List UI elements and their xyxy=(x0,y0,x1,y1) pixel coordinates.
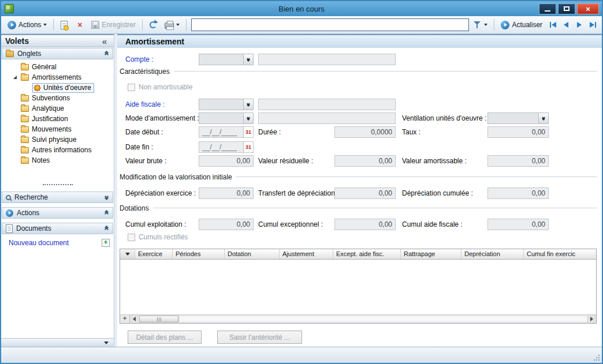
aide-fiscale-field[interactable] xyxy=(258,99,396,110)
scroll-right-button[interactable] xyxy=(587,315,596,323)
depreciation-cumulee-field[interactable]: 0,00 xyxy=(487,187,549,199)
valeur-residuelle-label: Valeur résiduelle : xyxy=(258,155,313,167)
scroll-left-button[interactable] xyxy=(130,315,139,323)
hscroll-thumb[interactable] xyxy=(139,316,178,322)
add-document-button[interactable]: + xyxy=(102,239,110,247)
compte-combo[interactable] xyxy=(199,54,254,65)
maximize-button[interactable] xyxy=(558,3,575,14)
column-header-ajustement[interactable]: Ajustement xyxy=(280,249,333,259)
aide-fiscale-label: Aide fiscale : xyxy=(125,99,165,110)
valeur-brute-field[interactable]: 0,00 xyxy=(199,155,254,167)
actualiser-label: Actualiser xyxy=(512,21,542,29)
previous-record-button[interactable] xyxy=(560,19,572,31)
mode-amortissement-field[interactable] xyxy=(258,112,396,124)
section-documents[interactable]: Documents xyxy=(2,223,113,234)
combo-dropdown-icon[interactable] xyxy=(243,99,253,110)
section-onglets[interactable]: Onglets xyxy=(2,48,113,59)
selected-item-box: Unités d'oeuvre xyxy=(32,83,94,93)
add-row-button[interactable]: + xyxy=(120,315,130,323)
tree-expand-icon[interactable] xyxy=(13,76,17,79)
section-actions[interactable]: Actions xyxy=(2,207,113,219)
refresh-button[interactable] xyxy=(146,18,160,32)
column-header-depreciation[interactable]: Depréciation xyxy=(461,249,524,259)
compte-label: Compte : xyxy=(125,54,154,65)
taux-field[interactable]: 0,00 xyxy=(487,126,549,138)
save-label: Enregistrer xyxy=(102,21,136,29)
column-header-except-aide-fisc[interactable]: Except. aide fisc. xyxy=(333,249,401,259)
non-amortissable-checkbox[interactable]: Non amortissable xyxy=(128,82,192,92)
save-button[interactable]: Enregistrer xyxy=(88,18,139,32)
compte-field[interactable] xyxy=(258,54,396,65)
sidebar-item-unites-oeuvre[interactable]: Unités d'oeuvre xyxy=(1,82,114,93)
resize-grip[interactable] xyxy=(593,354,600,361)
cumul-exploitation-field[interactable]: 0,00 xyxy=(199,219,254,230)
sidebar-item-general[interactable]: Général xyxy=(1,62,114,72)
hscroll-track[interactable] xyxy=(179,316,587,322)
actions-button[interactable]: Actions xyxy=(5,18,50,32)
panel-drag-handle[interactable] xyxy=(1,182,114,187)
cumul-exceptionnel-field[interactable]: 0,00 xyxy=(334,219,396,230)
sidebar-item-notes[interactable]: Notes xyxy=(1,155,114,166)
calendar-icon[interactable]: 31 xyxy=(243,127,253,137)
date-fin-field[interactable]: __/__/____ 31 xyxy=(199,141,254,153)
saisir-anteriorite-button[interactable]: Saisir l'antériorité ... xyxy=(217,331,302,344)
sidebar-item-justification[interactable]: Justification xyxy=(1,114,114,124)
depreciation-cumulee-label: Dépréciation cumulée : xyxy=(402,187,473,199)
volets-title: Volets xyxy=(5,36,29,46)
sidebar-item-mouvements[interactable]: Mouvements xyxy=(1,124,114,134)
calendar-icon[interactable]: 31 xyxy=(243,142,253,152)
arrow-right-icon xyxy=(590,22,594,28)
first-record-button[interactable] xyxy=(547,19,559,31)
cumul-aide-fiscale-field[interactable]: 0,00 xyxy=(487,219,549,230)
folder-icon xyxy=(21,137,29,143)
detail-plans-button[interactable]: Détail des plans ... xyxy=(128,331,202,344)
combo-dropdown-icon[interactable] xyxy=(243,113,253,123)
sidebar-item-analytique[interactable]: Analytique xyxy=(1,103,114,114)
column-header-dotation[interactable]: Dotation xyxy=(225,249,280,259)
section-label: Onglets xyxy=(17,50,100,58)
next-record-button[interactable] xyxy=(574,19,585,31)
sidebar-item-suivi-physique[interactable]: Suivi physique xyxy=(1,134,114,145)
actualiser-button[interactable]: Actualiser xyxy=(498,18,545,32)
depreciation-exercice-label: Dépréciation exercice : xyxy=(125,187,196,199)
new-record-button[interactable] xyxy=(57,18,71,32)
valeur-brute-label: Valeur brute : xyxy=(125,155,166,167)
aide-fiscale-combo[interactable] xyxy=(199,99,254,110)
column-header-exercice[interactable]: Exercice xyxy=(135,249,173,259)
close-button[interactable]: × xyxy=(577,3,599,14)
column-header-cumul-fin-exercice[interactable]: Cumul fin exercic xyxy=(524,249,596,259)
new-document-link[interactable]: Nouveau document xyxy=(9,239,102,247)
filter-button[interactable] xyxy=(471,18,490,32)
content-area: Volets « Onglets Général Amortissements xyxy=(1,34,602,347)
sidebar-item-amortissements[interactable]: Amortissements xyxy=(1,72,114,82)
folder-icon xyxy=(21,116,29,122)
sidebar-item-autres-informations[interactable]: Autres informations xyxy=(1,145,114,155)
depreciation-exercice-field[interactable]: 0,00 xyxy=(199,187,254,199)
delete-button[interactable]: × xyxy=(73,18,87,32)
table-body[interactable] xyxy=(120,260,596,314)
date-debut-field[interactable]: __/__/____ 31 xyxy=(199,126,254,138)
column-header-rattrapage[interactable]: Rattrapage xyxy=(401,249,461,259)
combo-dropdown-icon[interactable] xyxy=(243,54,253,65)
section-recherche[interactable]: Recherche xyxy=(2,192,113,203)
duree-field[interactable]: 0,0000 xyxy=(334,126,396,138)
minimize-button[interactable] xyxy=(539,3,556,14)
last-record-button[interactable] xyxy=(587,19,598,31)
cumuls-rectifies-checkbox[interactable]: Cumuls rectifiés xyxy=(128,232,188,242)
chevron-up-icon xyxy=(104,211,109,215)
search-input[interactable] xyxy=(191,18,469,31)
ventilation-combo[interactable] xyxy=(487,112,549,124)
overflow-chevron-icon[interactable] xyxy=(104,342,109,344)
valeur-amortissable-field[interactable]: 0,00 xyxy=(487,155,549,167)
collapse-sidebar-button[interactable]: « xyxy=(99,37,110,46)
valeur-residuelle-field[interactable]: 0,00 xyxy=(334,155,396,167)
actions-icon xyxy=(8,21,16,29)
checkbox-icon xyxy=(128,84,135,91)
print-button[interactable] xyxy=(162,18,183,32)
column-header-periodes[interactable]: Périodes xyxy=(173,249,225,259)
sidebar-item-subventions[interactable]: Subventions xyxy=(1,93,114,103)
combo-dropdown-icon[interactable] xyxy=(538,113,548,123)
transfert-depreciation-field[interactable]: 0,00 xyxy=(334,187,396,199)
mode-amortissement-combo[interactable] xyxy=(199,112,254,124)
row-selector-header[interactable] xyxy=(120,249,135,259)
